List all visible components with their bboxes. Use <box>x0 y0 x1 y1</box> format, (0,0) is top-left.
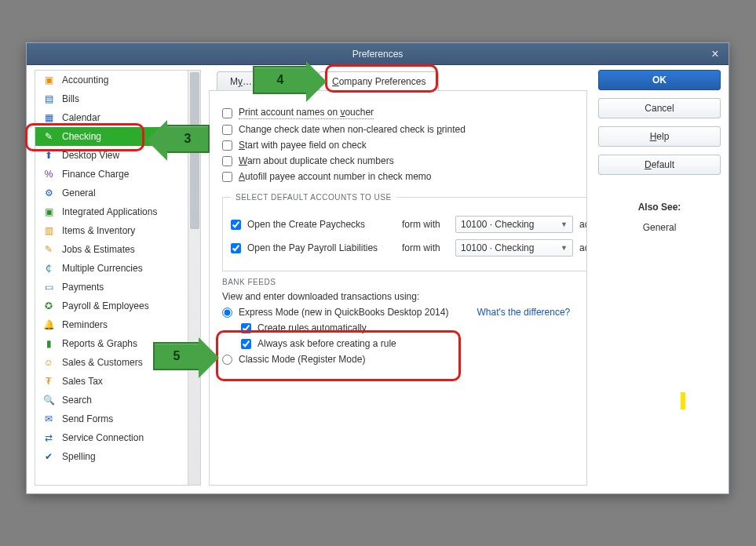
tab-my-preferences[interactable]: My… <box>217 71 319 90</box>
tax-icon: ₮ <box>42 374 56 388</box>
sidebar-item-reports-graphs[interactable]: ▮ Reports & Graphs <box>35 334 200 353</box>
label-print-account-names: Print account names on voucher <box>239 107 374 119</box>
sidebar-item-label: Accounting <box>62 75 194 86</box>
company-preferences-panel: Print account names on voucher Change ch… <box>209 90 587 486</box>
sidebar-item-service-connection[interactable]: ⇄ Service Connection <box>35 428 200 447</box>
select-paychecks-value: 10100 · Checking <box>461 219 534 230</box>
checkbox-open-paychecks[interactable] <box>231 220 241 230</box>
sidebar-item-sales-customers[interactable]: ☺ Sales & Customers <box>35 353 200 372</box>
also-see-item: General <box>598 222 721 233</box>
preferences-sidebar: ▣ Accounting ▤ Bills ▦ Calendar ✎ Checki… <box>35 70 201 486</box>
scrollbar-thumb[interactable] <box>190 72 199 229</box>
apps-icon: ▣ <box>42 205 56 219</box>
label-classic-mode: Classic Mode (Register Mode) <box>239 354 365 365</box>
label-open-liabilities: Open the Pay Payroll Liabilities <box>247 242 378 253</box>
tab-company-preferences[interactable]: Company Preferences <box>319 71 439 90</box>
label-express-mode: Express Mode (new in QuickBooks Desktop … <box>239 307 448 318</box>
sidebar-item-label: Spelling <box>62 451 194 462</box>
label-warn-duplicate: Warn about duplicate check numbers <box>239 155 394 166</box>
checkbox-start-payee[interactable] <box>222 140 232 151</box>
sidebar-item-finance-charge[interactable]: % Finance Charge <box>35 165 200 184</box>
checkbox-print-account-names[interactable] <box>222 108 232 118</box>
label-change-check-date: Change check date when non-cleared check… <box>239 124 466 135</box>
titlebar: Preferences × <box>27 43 729 65</box>
sidebar-scrollbar[interactable] <box>188 71 200 485</box>
select-liabilities-account[interactable]: 10100 · Checking ▼ <box>455 239 573 257</box>
percent-icon: % <box>42 167 56 181</box>
radio-classic-mode[interactable] <box>222 355 232 365</box>
label-view-enter-transactions: View and enter downloaded transactions u… <box>222 291 574 302</box>
label-form-with: form with <box>402 242 449 253</box>
sidebar-item-general[interactable]: ⚙ General <box>35 184 200 202</box>
sidebar-item-send-forms[interactable]: ✉ Send Forms <box>35 410 200 428</box>
sidebar-item-bills[interactable]: ▤ Bills <box>35 89 200 108</box>
arrow-up-icon: ⬆ <box>42 148 56 162</box>
annotation-yellow-mark <box>681 392 685 410</box>
sidebar-item-label: Bills <box>62 93 194 104</box>
sidebar-item-reminders[interactable]: 🔔 Reminders <box>35 315 200 334</box>
label-open-paychecks: Open the Create Paychecks <box>247 219 365 230</box>
sidebar-item-payroll-employees[interactable]: ✪ Payroll & Employees <box>35 297 200 315</box>
sidebar-item-calendar[interactable]: ▦ Calendar <box>35 108 200 127</box>
dialog-title: Preferences <box>352 49 404 60</box>
check-icon: ✎ <box>42 129 56 144</box>
default-button[interactable]: Default <box>598 155 721 175</box>
sidebar-item-label: Integrated Applications <box>62 206 194 217</box>
checkbox-warn-duplicate[interactable] <box>222 156 232 166</box>
sidebar-item-search[interactable]: 🔍 Search <box>35 391 200 410</box>
sidebar-item-label: Payroll & Employees <box>62 300 194 311</box>
calendar-icon: ▦ <box>42 111 56 125</box>
checkbox-always-ask[interactable] <box>241 339 251 349</box>
sidebar-item-sales-tax[interactable]: ₮ Sales Tax <box>35 372 200 391</box>
checkbox-autofill-payee[interactable] <box>222 172 232 182</box>
send-icon: ✉ <box>42 412 56 426</box>
cancel-button[interactable]: Cancel <box>598 98 721 118</box>
sidebar-item-label: Reminders <box>62 319 194 330</box>
sidebar-item-label: Reports & Graphs <box>62 338 194 349</box>
sidebar-item-jobs-estimates[interactable]: ✎ Jobs & Estimates <box>35 240 200 259</box>
search-icon: 🔍 <box>42 393 56 407</box>
checkbox-create-rules[interactable] <box>241 323 251 333</box>
select-liabilities-value: 10100 · Checking <box>461 242 534 253</box>
sidebar-item-desktop-view[interactable]: ⬆ Desktop View <box>35 146 200 165</box>
also-see-heading: Also See: <box>598 202 721 213</box>
label-form-with: form with <box>402 219 449 230</box>
label-always-ask: Always ask before creating a rule <box>257 338 396 349</box>
sidebar-item-label: Service Connection <box>62 432 194 443</box>
sidebar-item-spelling[interactable]: ✔ Spelling <box>35 447 200 466</box>
label-create-rules: Create rules automatically <box>257 322 367 333</box>
sidebar-item-integrated-applications[interactable]: ▣ Integrated Applications <box>35 202 200 221</box>
select-paychecks-account[interactable]: 10100 · Checking ▼ <box>455 216 573 233</box>
sidebar-item-label: Search <box>62 395 194 406</box>
sidebar-item-label: Sales Tax <box>62 376 194 387</box>
sidebar-item-accounting[interactable]: ▣ Accounting <box>35 71 200 89</box>
sidebar-item-items-inventory[interactable]: ▥ Items & Inventory <box>35 221 200 240</box>
card-icon: ▭ <box>42 280 56 294</box>
chevron-down-icon: ▼ <box>561 220 568 228</box>
gear-icon: ⚙ <box>42 186 56 200</box>
sidebar-item-label: Sales & Customers <box>62 357 194 368</box>
sidebar-item-label: Payments <box>62 282 194 293</box>
sidebar-item-checking[interactable]: ✎ Checking <box>35 127 200 146</box>
service-icon: ⇄ <box>42 431 56 445</box>
radio-express-mode[interactable] <box>222 308 232 318</box>
label-account: account <box>579 219 587 230</box>
sidebar-item-multiple-currencies[interactable]: ₵ Multiple Currencies <box>35 259 200 278</box>
checkbox-open-liabilities[interactable] <box>231 243 241 253</box>
help-button[interactable]: Help <box>598 126 721 147</box>
sidebar-item-label: Desktop View <box>62 150 194 161</box>
sidebar-item-payments[interactable]: ▭ Payments <box>35 278 200 297</box>
bank-feeds-title: BANK FEEDS <box>222 278 574 286</box>
sidebar-item-label: Multiple Currencies <box>62 263 194 274</box>
checkbox-change-check-date[interactable] <box>222 125 232 135</box>
group-default-accounts-title: SELECT DEFAULT ACCOUNTS TO USE <box>231 193 396 202</box>
label-account: account <box>579 242 587 253</box>
link-whats-the-difference[interactable]: What's the difference? <box>477 307 570 318</box>
ok-button[interactable]: OK <box>598 70 721 90</box>
spell-icon: ✔ <box>42 450 56 464</box>
payroll-icon: ✪ <box>42 299 56 313</box>
close-icon[interactable]: × <box>707 46 724 63</box>
sidebar-item-label: Items & Inventory <box>62 225 194 236</box>
right-column: OK Cancel Help Default Also See: General <box>598 70 721 486</box>
sidebar-item-label: Calendar <box>62 112 194 123</box>
